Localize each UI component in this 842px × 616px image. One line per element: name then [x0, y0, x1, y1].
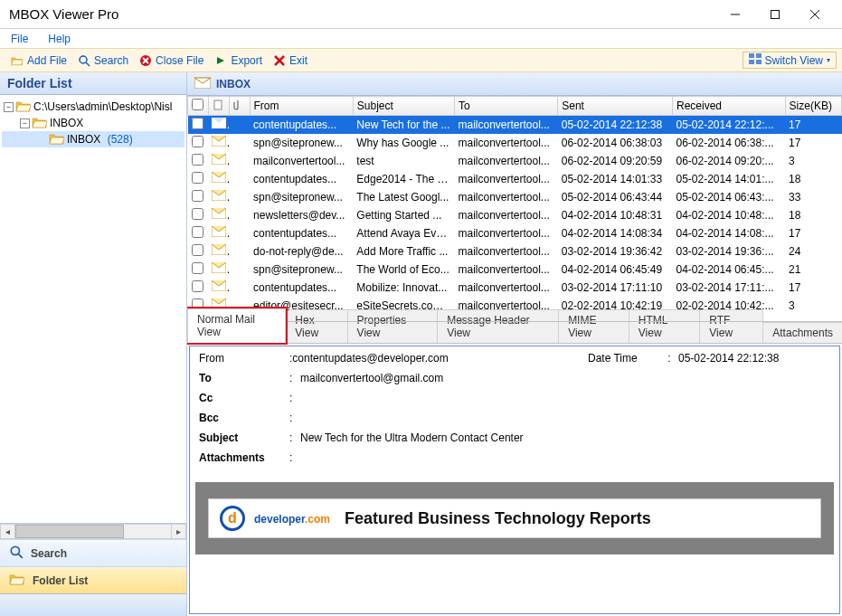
row-checkbox[interactable] [192, 118, 203, 129]
col-attachment[interactable] [229, 97, 250, 116]
add-file-button[interactable]: Add File [5, 52, 72, 69]
cell-subject: Edge2014 - The P... [353, 170, 454, 188]
col-sent[interactable]: Sent [558, 97, 673, 116]
cell-sent: 04-02-2014 10:48:31 [558, 206, 673, 224]
table-row[interactable]: contentupdates...New Tech for the ...mai… [188, 116, 842, 134]
mail-grid[interactable]: From Subject To Sent Received Size(KB) c… [187, 96, 842, 322]
close-file-button[interactable]: Close File [134, 52, 209, 69]
nav-search-label: Search [31, 547, 67, 560]
detail-attachments-value [300, 451, 830, 464]
mail-icon [208, 224, 229, 242]
cell-to: mailconvertertool... [454, 224, 557, 242]
add-file-icon [11, 54, 24, 67]
tree-inbox[interactable]: − INBOX [2, 115, 184, 131]
cell-size: 18 [785, 170, 841, 188]
search-icon [9, 545, 24, 562]
scroll-thumb[interactable] [15, 525, 124, 538]
cell-from: mailconvertertool... [250, 152, 353, 170]
close-button[interactable] [795, 0, 835, 29]
cell-sent: 06-02-2014 09:20:59 [558, 152, 673, 170]
close-file-label: Close File [156, 54, 203, 67]
svg-line-16 [18, 554, 23, 558]
folder-tree[interactable]: − C:\Users\admin\Desktop\Nisl − INBOX IN… [0, 95, 186, 523]
table-row[interactable]: spn@sitepronew...The World of Eco...mail… [188, 261, 842, 279]
menu-file[interactable]: File [7, 31, 32, 47]
switch-view-button[interactable]: Switch View ▾ [743, 52, 837, 69]
export-button[interactable]: Export [209, 52, 268, 69]
table-row[interactable]: spn@sitepronew...The Latest Googl...mail… [188, 188, 842, 206]
exit-label: Exit [289, 54, 307, 67]
cell-from: contentupdates... [250, 224, 353, 242]
cell-from: spn@sitepronew... [250, 134, 353, 152]
grid-header-row: From Subject To Sent Received Size(KB) [188, 97, 842, 116]
row-checkbox[interactable] [192, 226, 203, 238]
nav-search-button[interactable]: Search [0, 539, 186, 566]
row-checkbox[interactable] [192, 262, 203, 274]
collapse-icon[interactable]: − [4, 102, 14, 112]
row-checkbox[interactable] [192, 208, 203, 220]
col-icon1[interactable] [208, 97, 229, 116]
table-row[interactable]: contentupdates...Edge2014 - The P...mail… [188, 170, 842, 188]
cell-sent: 03-02-2014 19:36:42 [558, 242, 673, 261]
tab-normal-mail-view[interactable]: Normal Mail View [187, 308, 286, 343]
cell-to: mailconvertertool... [454, 188, 557, 206]
mail-body[interactable]: d developer.com Featured Business Techno… [190, 477, 839, 613]
cell-subject: The Latest Googl... [353, 188, 454, 206]
mail-icon [208, 152, 229, 170]
cell-size: 24 [785, 242, 841, 261]
row-checkbox[interactable] [192, 154, 203, 166]
cell-sent: 02-02-2014 10:42:19 [558, 297, 673, 315]
cell-subject: Attend Avaya Evo... [353, 224, 454, 242]
table-row[interactable]: contentupdates...Attend Avaya Evo...mail… [188, 224, 842, 242]
row-checkbox[interactable] [192, 136, 203, 147]
col-from[interactable]: From [250, 97, 353, 116]
title-bar: MBOX Viewer Pro [0, 0, 842, 29]
mail-icon [208, 170, 229, 188]
detail-bcc-value [300, 412, 830, 424]
collapse-icon[interactable]: − [20, 118, 30, 128]
table-row[interactable]: do-not-reply@de...Add More Traffic ...ma… [188, 242, 842, 261]
col-size[interactable]: Size(KB) [785, 97, 841, 116]
scroll-right-icon[interactable]: ▸ [171, 524, 186, 539]
exit-button[interactable]: Exit [268, 52, 313, 69]
col-received[interactable]: Received [672, 97, 785, 116]
cell-subject: Getting Started ... [353, 206, 454, 224]
col-checkbox[interactable] [188, 97, 209, 116]
tab-attachments[interactable]: Attachments [762, 322, 842, 343]
menu-help[interactable]: Help [44, 31, 74, 47]
scroll-left-icon[interactable]: ◂ [0, 524, 15, 539]
nav-folder-button[interactable]: Folder List [0, 566, 186, 593]
cell-sent: 05-02-2014 22:12:38 [558, 116, 673, 134]
cell-size: 21 [785, 261, 841, 279]
detail-from-label: From [199, 352, 289, 365]
col-to[interactable]: To [454, 97, 557, 116]
tree-inbox-selected[interactable]: INBOX (528) [2, 131, 184, 147]
right-pane: INBOX From Subject To Se [187, 72, 842, 616]
cell-sent: 05-02-2014 14:01:33 [558, 170, 673, 188]
table-row[interactable]: contentupdates...Mobilize: Innovat...mai… [188, 279, 842, 297]
table-row[interactable]: mailconvertertool...testmailconvertertoo… [188, 152, 842, 170]
minimize-button[interactable] [715, 0, 755, 29]
row-checkbox[interactable] [192, 172, 203, 184]
cell-received: 06-02-2014 06:38:... [672, 134, 785, 152]
search-button[interactable]: Search [72, 52, 134, 69]
row-checkbox[interactable] [192, 244, 203, 256]
cell-to: mailconvertertool... [454, 242, 557, 261]
folder-icon [9, 573, 25, 588]
menu-bar: File Help [0, 29, 842, 49]
col-subject[interactable]: Subject [353, 97, 454, 116]
tree-h-scrollbar[interactable]: ◂ ▸ [0, 524, 186, 539]
select-all-checkbox[interactable] [192, 99, 203, 110]
table-row[interactable]: newsletters@dev...Getting Started ...mai… [188, 206, 842, 224]
window-title: MBOX Viewer Pro [7, 6, 118, 22]
maximize-button[interactable] [755, 0, 795, 29]
tree-root[interactable]: − C:\Users\admin\Desktop\Nisl [2, 99, 184, 115]
export-icon [214, 54, 227, 67]
svg-rect-11 [749, 53, 754, 58]
table-row[interactable]: spn@sitepronew...Why has Google ...mailc… [188, 134, 842, 152]
search-label: Search [94, 54, 128, 67]
exit-icon [273, 54, 286, 67]
row-checkbox[interactable] [192, 280, 203, 292]
cell-to: mailconvertertool... [454, 206, 557, 224]
row-checkbox[interactable] [192, 190, 203, 202]
